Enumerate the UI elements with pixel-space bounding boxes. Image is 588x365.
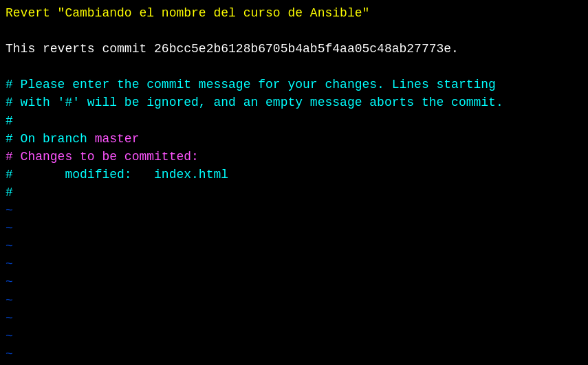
tilde-line-1: ~ xyxy=(6,201,582,219)
tilde-char-3: ~ xyxy=(6,239,13,253)
revert-text: This reverts commit 26bcc5e2b6128b6705b4… xyxy=(6,42,459,56)
tilde-char-9: ~ xyxy=(6,347,13,361)
comment-line-1: # Please enter the commit message for yo… xyxy=(6,76,582,93)
on-branch-text: # On branch xyxy=(6,132,95,146)
changes-text: # Changes to be committed: xyxy=(6,150,199,164)
tilde-line-5: ~ xyxy=(6,273,582,291)
tilde-char-4: ~ xyxy=(6,257,13,271)
comment-text-1: # Please enter the commit message for yo… xyxy=(6,78,496,91)
empty-line-1 xyxy=(6,22,582,40)
empty-line-2 xyxy=(6,58,582,76)
tilde-char-7: ~ xyxy=(6,311,13,325)
hash-text-1: # xyxy=(6,114,13,128)
tilde-line-4: ~ xyxy=(6,255,582,273)
comment-hash-1: # xyxy=(6,112,582,130)
commit-title-line: Revert "Cambiando el nombre del curso de… xyxy=(6,4,582,22)
tilde-line-7: ~ xyxy=(6,309,582,327)
modified-text: # modified: index.html xyxy=(6,168,228,181)
tilde-line-6: ~ xyxy=(6,291,582,309)
tilde-line-9: ~ xyxy=(6,345,582,363)
modified-line: # modified: index.html xyxy=(6,166,582,184)
comment-text-2: # with '#' will be ignored, and an empty… xyxy=(6,96,503,109)
comment-hash-2: # xyxy=(6,184,582,201)
revert-line: This reverts commit 26bcc5e2b6128b6705b4… xyxy=(6,40,582,58)
commit-title: Revert "Cambiando el nombre del curso de… xyxy=(6,6,369,20)
comment-line-2: # with '#' will be ignored, and an empty… xyxy=(6,93,582,111)
tilde-char-5: ~ xyxy=(6,275,13,289)
terminal-window: Revert "Cambiando el nombre del curso de… xyxy=(0,0,588,365)
changes-line: # Changes to be committed: xyxy=(6,148,582,166)
branch-name: master xyxy=(95,132,140,146)
branch-line: # On branch master xyxy=(6,130,582,148)
tilde-line-2: ~ xyxy=(6,219,582,237)
tilde-char-8: ~ xyxy=(6,329,13,343)
tilde-char-1: ~ xyxy=(6,203,13,217)
tilde-line-3: ~ xyxy=(6,237,582,255)
tilde-char-2: ~ xyxy=(6,221,13,235)
tilde-char-6: ~ xyxy=(6,294,13,307)
tilde-line-8: ~ xyxy=(6,327,582,345)
hash-text-2: # xyxy=(6,186,13,199)
